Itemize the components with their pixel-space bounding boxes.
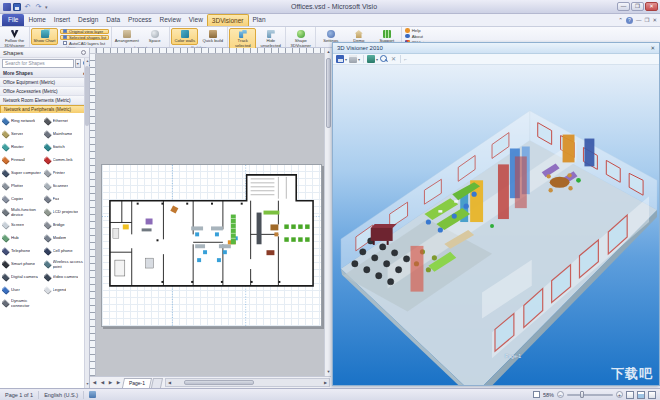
tab-plan[interactable]: Plan	[249, 14, 270, 26]
shape-item[interactable]: Hub	[2, 232, 43, 245]
visio-app-icon[interactable]	[3, 3, 11, 11]
shape-item[interactable]: Mainframe	[44, 128, 85, 141]
scrollbar-thumb[interactable]	[85, 66, 89, 126]
collapse-ribbon-icon[interactable]: ⌃	[618, 16, 623, 24]
selected-shapes-list-checkbox[interactable]: Selected shapes list	[60, 35, 109, 40]
shape-item[interactable]: LCD projector	[44, 206, 85, 219]
color-walls-button[interactable]: Color walls	[171, 28, 198, 45]
about-menu-item[interactable]: About	[405, 34, 432, 39]
shape-item[interactable]: Video camera	[44, 271, 85, 284]
help-icon[interactable]: ?	[626, 17, 633, 24]
zoom-percent[interactable]: 58%	[543, 392, 554, 398]
scroll-left-icon[interactable]: ◀	[166, 379, 173, 386]
shape-item[interactable]: Copier	[2, 193, 43, 206]
shape-item[interactable]: Server	[2, 128, 43, 141]
shape-item[interactable]: Scanner	[44, 180, 85, 193]
3d-save-icon[interactable]	[336, 55, 344, 63]
fit-page-icon[interactable]	[626, 391, 634, 399]
page-tab-page1[interactable]: Page-1	[122, 378, 152, 388]
shape-item[interactable]: Router	[2, 141, 43, 154]
dropdown-icon[interactable]: ▾	[358, 57, 360, 62]
3d-print-icon[interactable]	[349, 55, 357, 63]
scroll-right-icon[interactable]: ▶	[322, 379, 329, 386]
tab-insert[interactable]: Insert	[50, 14, 74, 26]
shape-item[interactable]: Printer	[44, 167, 85, 180]
minimize-button[interactable]: —	[617, 2, 630, 11]
tab-design[interactable]: Design	[74, 14, 102, 26]
doc-restore-icon[interactable]: ❐	[644, 16, 649, 24]
3d-window-title-bar[interactable]: 3D Visioner 2010 ✕	[333, 43, 659, 54]
tab-file[interactable]: File	[2, 14, 24, 26]
shapes-panel-scrollbar[interactable]: ▲ ▼	[84, 58, 89, 388]
3d-clear-icon[interactable]: ✕	[390, 55, 397, 63]
scroll-down-icon[interactable]: ▼	[325, 368, 332, 376]
scrollbar-thumb[interactable]	[326, 58, 331, 128]
close-button[interactable]: ✕	[645, 2, 658, 11]
3d-zoom-icon[interactable]	[380, 55, 388, 63]
qat-customize-icon[interactable]: ▾	[45, 3, 51, 11]
arrangement-button[interactable]: Arrangement	[113, 28, 140, 45]
quick-build-button[interactable]: Quick build	[199, 28, 226, 45]
page-info[interactable]: Page 1 of 1	[0, 391, 39, 399]
space-button[interactable]: Space	[141, 28, 168, 45]
undo-icon[interactable]: ↶	[23, 3, 32, 11]
pin-icon[interactable]	[81, 50, 86, 55]
fit-width-icon[interactable]	[637, 391, 645, 399]
shape-item[interactable]: Telephone	[2, 245, 43, 258]
next-page-icon[interactable]: ▶	[107, 380, 114, 385]
doc-close-icon[interactable]: ✕	[652, 16, 657, 24]
shape-item[interactable]: Comm-link	[44, 154, 85, 167]
switch-windows-icon[interactable]	[533, 391, 540, 398]
tab-3dvisioner[interactable]: 3DVisioner	[207, 14, 249, 26]
doc-minimize-icon[interactable]: —	[636, 16, 642, 24]
shape-item[interactable]: Firewall	[2, 154, 43, 167]
3d-camera-icon[interactable]	[367, 55, 375, 63]
drawing-vertical-scrollbar[interactable]: ▲ ▼	[324, 48, 331, 376]
maximize-button[interactable]: ❐	[631, 2, 644, 11]
shape-item[interactable]: Bridge	[44, 219, 85, 232]
shape-item[interactable]: Ethernet	[44, 115, 85, 128]
macro-status-icon[interactable]	[89, 391, 96, 398]
stencil-office-equipment[interactable]: Office Equipment (Metric)	[0, 78, 89, 87]
tab-data[interactable]: Data	[102, 14, 124, 26]
show-chart-button[interactable]: Show Chart	[31, 28, 58, 45]
3d-viewport[interactable]: Page-1 下载吧	[333, 65, 659, 385]
tab-process[interactable]: Process	[124, 14, 155, 26]
search-input[interactable]	[2, 59, 74, 68]
zoom-out-icon[interactable]: −	[557, 391, 564, 398]
shape-item[interactable]: Ring network	[2, 115, 43, 128]
shape-item[interactable]: Multi-function device	[2, 206, 43, 219]
shape-item[interactable]: Plotter	[2, 180, 43, 193]
dropdown-icon[interactable]: ▾	[376, 57, 378, 62]
shape-item[interactable]: User	[2, 284, 43, 297]
follow-3dvisioner-button[interactable]: Follow the 3DVisioner	[1, 28, 28, 49]
tab-review[interactable]: Review	[156, 14, 185, 26]
redo-icon[interactable]: ↷	[34, 3, 43, 11]
drawing-page[interactable]	[101, 164, 322, 327]
insert-page-tab[interactable]	[151, 378, 163, 388]
shape-item[interactable]: Switch	[44, 141, 85, 154]
3d-expand-icon[interactable]: ⌐	[404, 55, 407, 63]
horizontal-scrollbar[interactable]: ◀ ▶	[165, 378, 330, 387]
first-page-icon[interactable]: ◀	[91, 380, 98, 385]
scrollbar-thumb[interactable]	[184, 380, 254, 385]
shape-item[interactable]: Legend	[44, 284, 85, 297]
shape-item[interactable]: Smart phone	[2, 258, 43, 271]
original-view-layer-checkbox[interactable]: Original view layer	[60, 29, 109, 34]
language-status[interactable]: English (U.S.)	[39, 391, 84, 399]
help-menu-item[interactable]: Help	[405, 28, 432, 33]
dropdown-icon[interactable]: ▾	[345, 57, 347, 62]
full-screen-icon[interactable]	[648, 391, 656, 399]
shape-item[interactable]: Wireless access point	[44, 258, 85, 271]
shape-3dvisioner-button[interactable]: Shape 3DVisioner	[287, 28, 314, 49]
shape-item[interactable]: Modem	[44, 232, 85, 245]
stencil-network-room-elements[interactable]: Network Room Elements (Metric)	[0, 96, 89, 105]
zoom-slider[interactable]	[567, 394, 613, 396]
shape-item[interactable]: Super computer	[2, 167, 43, 180]
tab-home[interactable]: Home	[24, 14, 49, 26]
last-page-icon[interactable]: ▶	[115, 380, 122, 385]
shape-item[interactable]: Fax	[44, 193, 85, 206]
shape-item[interactable]: Digital camera	[2, 271, 43, 284]
scroll-up-icon[interactable]: ▲	[325, 48, 332, 56]
shape-item[interactable]: Cell phone	[44, 245, 85, 258]
